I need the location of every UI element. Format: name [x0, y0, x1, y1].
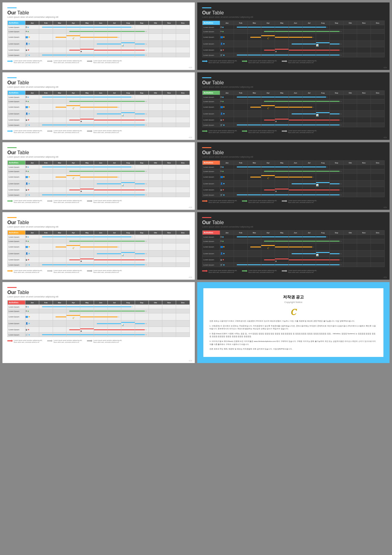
legend-item: Lorem ipsum amet sectetur adipiscing eli…	[282, 270, 318, 273]
header-month: Aug	[121, 21, 135, 25]
slide-subtitle: Lorem ipsum dolor sit amet consectetur a…	[202, 86, 385, 88]
header-month: Maj	[275, 21, 289, 25]
page-number: ◁ ▷	[383, 66, 387, 68]
header-month: Maj	[275, 161, 289, 165]
slide-1: Our Table Lorem ipsum dolor sit amet con…	[2, 2, 195, 70]
legend-item: Lorem ipsum amet sectetur adipiscing eli…	[47, 270, 84, 273]
gantt-table: Activities JanFebMarAprMajJunJulAugSepOk…	[202, 230, 385, 267]
header-month: Nov	[162, 21, 176, 25]
legend-arrow-icon	[7, 340, 13, 342]
page-number: ◁ ▷	[383, 206, 387, 208]
header-month: Jan	[220, 161, 234, 165]
legend-arrow-icon	[47, 200, 53, 202]
gantt-table: Activities JanFebMarAprMajJunJulAugSepOk…	[7, 21, 190, 57]
legend-text: Lorem ipsum amet sectetur adipiscing eli…	[14, 339, 44, 343]
header-month: Jun	[288, 161, 302, 165]
header-month: Aug	[121, 91, 135, 95]
legend-arrow-icon	[87, 270, 92, 272]
header-month: Feb	[234, 91, 248, 95]
legend-text: Lorem ipsum amet sectetur adipiscing eli…	[248, 270, 279, 273]
header-activities: Activities	[202, 231, 220, 235]
header-month: Jan	[25, 231, 39, 235]
top-bar	[202, 7, 211, 8]
header-month: Maj	[80, 161, 94, 165]
legend-text: Lorem ipsum amet sectetur adipiscing eli…	[54, 270, 84, 273]
gantt-table: Activities JanFebMarAprMajJunJulAugSepOk…	[7, 230, 190, 267]
legend-item: Lorem ipsum amet sectetur adipiscing eli…	[202, 200, 239, 203]
legend-item: Lorem ipsum amet sectetur adipiscing eli…	[47, 130, 84, 133]
header-month: Nov	[162, 161, 176, 165]
header-month: Nov	[357, 161, 371, 165]
copyright-title: 저작권 공고	[209, 294, 377, 300]
legend-item: Lorem ipsum amet sectetur adipiscing eli…	[242, 60, 279, 63]
header-month: Jan	[220, 91, 234, 95]
header-month: Jul	[302, 231, 316, 235]
page-number: ◁ ▷	[189, 66, 192, 68]
header-month: Nov	[162, 231, 176, 235]
slide-subtitle: Lorem ipsum dolor sit amet consectetur a…	[202, 156, 385, 158]
legend-text: Lorem ipsum amet sectetur adipiscing eli…	[54, 60, 84, 63]
header-month: Nov	[357, 21, 371, 25]
header-month: Okt	[343, 21, 357, 25]
header-month: Jul	[107, 91, 121, 95]
legend-arrow-icon	[242, 270, 247, 272]
header-month: Nov	[357, 231, 371, 235]
header-month: Jan	[25, 91, 39, 95]
header-month: Apr	[66, 161, 80, 165]
copyright-logo: 𝐶	[209, 307, 377, 317]
legend-area: Lorem ipsum amet sectetur adipiscing eli…	[202, 60, 385, 63]
header-month: Jan	[220, 231, 234, 235]
legend-item: Lorem ipsum amet sectetur adipiscing eli…	[7, 200, 44, 203]
header-month: Okt	[149, 300, 162, 305]
legend-arrow-icon	[282, 200, 287, 202]
legend-text: Lorem ipsum amet sectetur adipiscing eli…	[209, 200, 239, 203]
slide-title: Our Table	[7, 10, 190, 16]
legend-area: Lorem ipsum amet sectetur adipiscing eli…	[7, 130, 190, 133]
top-bar	[202, 147, 211, 148]
slide-8: Our Table Lorem ipsum dolor sit amet con…	[197, 212, 390, 280]
header-month: Apr	[261, 21, 275, 25]
header-month: Feb	[39, 300, 53, 305]
legend-item: Lorem ipsum amet sectetur adipiscing eli…	[47, 339, 84, 343]
header-activities: Activities	[8, 21, 25, 25]
legend-text: Lorem ipsum amet sectetur adipiscing eli…	[14, 60, 44, 63]
header-month: Aug	[316, 231, 330, 235]
header-month: Sep	[135, 21, 149, 25]
header-month: Feb	[234, 21, 248, 25]
header-month: Des	[371, 21, 385, 25]
gantt-table: Activities JanFebMarAprMajJunJulAugSepOk…	[202, 90, 385, 127]
header-month: Aug	[121, 161, 135, 165]
header-month: Des	[176, 231, 190, 235]
legend-text: Lorem ipsum amet sectetur adipiscing eli…	[288, 60, 318, 63]
gantt-table: Activities JanFebMarAprMajJunJulAugSepOk…	[202, 21, 385, 57]
header-activities: Activities	[8, 161, 25, 165]
page-number: ◁ ▷	[189, 206, 192, 208]
header-month: Maj	[80, 91, 94, 95]
legend-text: Lorem ipsum amet sectetur adipiscing eli…	[54, 339, 84, 343]
header-month: Aug	[316, 91, 330, 95]
legend-item: Lorem ipsum amet sectetur adipiscing eli…	[242, 130, 279, 133]
header-month: Jul	[302, 21, 316, 25]
header-month: Okt	[343, 91, 357, 95]
slide-title: Our Table	[202, 10, 385, 16]
header-activities: Activities	[202, 161, 220, 165]
legend-item: Lorem ipsum amet sectetur adipiscing eli…	[7, 339, 44, 343]
slide-6: Our Table Lorem ipsum dolor sit amet con…	[197, 142, 390, 210]
header-month: Okt	[149, 231, 162, 235]
header-month: Des	[176, 161, 190, 165]
header-month: Nov	[357, 91, 371, 95]
copyright-subtitle: Copyright Notice	[209, 301, 377, 304]
legend-area: Lorem ipsum amet sectetur adipiscing eli…	[202, 270, 385, 273]
legend-arrow-icon	[47, 270, 53, 272]
slide-title: Our Table	[202, 150, 385, 155]
header-month: Mar	[53, 21, 66, 25]
legend-text: Lorem ipsum amet sectetur adipiscing eli…	[209, 130, 239, 133]
header-month: Jun	[288, 91, 302, 95]
legend-arrow-icon	[202, 200, 208, 202]
header-month: Des	[371, 91, 385, 95]
legend-item: Lorem ipsum amet sectetur adipiscing eli…	[282, 200, 318, 203]
slide-10: 저작권 공고 Copyright Notice 𝐶 진본 세트는 사용자전기이에…	[197, 282, 390, 363]
legend-item: Lorem ipsum amet sectetur adipiscing eli…	[87, 339, 124, 343]
legend-text: Lorem ipsum amet sectetur adipiscing eli…	[209, 270, 239, 273]
slide-subtitle: Lorem ipsum dolor sit amet consectetur a…	[7, 296, 190, 298]
